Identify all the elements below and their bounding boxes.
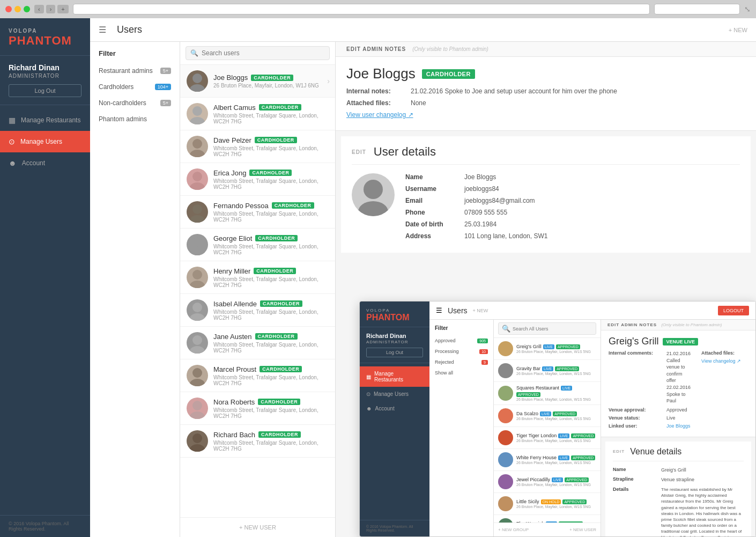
user-item[interactable]: Albert Camus CARDHOLDER Whitcomb Street,…: [180, 98, 335, 130]
maximize-btn[interactable]: [24, 6, 30, 12]
hamburger-icon[interactable]: ☰: [99, 25, 106, 35]
user-item[interactable]: Marcel Proust CARDHOLDER Whitcomb Street…: [180, 359, 335, 392]
avatar: [187, 299, 208, 321]
overlay-badge-approved: 905: [477, 339, 488, 343]
overlay-nav-users[interactable]: ⊙ Manage Users: [360, 387, 429, 401]
filter-non-cardholders[interactable]: Non-cardholders 5+: [90, 95, 180, 111]
changelog-link[interactable]: View user changelog ↗: [346, 111, 413, 119]
user-item[interactable]: Nora Roberts CARDHOLDER Whitcomb Street,…: [180, 392, 335, 425]
overlay-venue-item[interactable]: Da Scalzo LIVE APPROVED 26 Bruton Place,…: [494, 405, 601, 427]
svg-point-20: [192, 401, 202, 410]
user-item-info: Joe Bloggs CARDHOLDER 26 Bruton Place, M…: [213, 73, 329, 89]
overlay-app: VOLOPA PHANTOM Richard Dinan ADMINISTRAT…: [360, 301, 755, 536]
user-item-info: Dave Pelzer CARDHOLDER Whitcomb Street, …: [213, 136, 329, 157]
back-button[interactable]: ‹: [34, 5, 44, 13]
minimize-btn[interactable]: [14, 6, 21, 12]
resize-button[interactable]: ⤡: [744, 5, 751, 13]
overlay-filter-show-all[interactable]: Show all: [429, 367, 493, 378]
logout-button[interactable]: Log Out: [9, 84, 81, 97]
sidebar-item-restaurants[interactable]: ▦ Manage Restaurants: [0, 109, 90, 131]
overlay-filter-approved[interactable]: Approved 905: [429, 335, 493, 346]
overlay-main: ☰ Users + NEW LOGOUT Filter Approved 905: [429, 301, 755, 536]
user-item-addr: Whitcomb Street, Trafalgar Square, Londo…: [213, 211, 329, 223]
field-email: Email joebloggs84@gmail.com: [405, 197, 740, 204]
filter-phantom-admins[interactable]: Phantom admins: [90, 111, 180, 127]
overlay-venue-item[interactable]: Gravity Bar LIVE APPROVED 26 Bruton Plac…: [494, 360, 601, 382]
overlay-nav-label-account: Account: [375, 406, 395, 411]
user-item-name: Richard Bach CARDHOLDER: [213, 431, 329, 439]
overlay-venue-item[interactable]: Tiger Tiger London LIVE APPROVED 26 Brut…: [494, 427, 601, 449]
overlay-venue-name-row: Da Scalzo LIVE APPROVED: [516, 411, 591, 416]
svg-point-0: [192, 73, 202, 83]
sidebar-item-users[interactable]: ⊙ Manage Users: [0, 131, 90, 152]
user-item-info: Isabel Allende CARDHOLDER Whitcomb Stree…: [213, 300, 329, 321]
overlay-venue-item[interactable]: White Ferry House LIVE APPROVED 26 Bruto…: [494, 449, 601, 471]
user-item[interactable]: Jane Austen CARDHOLDER Whitcomb Street, …: [180, 327, 335, 359]
close-btn[interactable]: [5, 6, 12, 12]
overlay-new-user-button[interactable]: + NEW USER: [569, 527, 596, 532]
overlay-sidebar: VOLOPA PHANTOM Richard Dinan ADMINISTRAT…: [360, 301, 429, 536]
search-input[interactable]: [202, 49, 325, 57]
edit-button[interactable]: EDIT: [352, 149, 366, 155]
svg-point-7: [190, 182, 205, 190]
address-bar[interactable]: [73, 4, 650, 14]
overlay-topbar: ☰ Users + NEW LOGOUT: [429, 301, 755, 320]
overlay-logout-button[interactable]: Log Out: [366, 348, 423, 357]
new-tab-button[interactable]: +: [57, 5, 68, 13]
overlay-venue-item[interactable]: Greig's Grill LIVE APPROVED 26 Bruton Pl…: [494, 338, 601, 360]
overlay-linked-user-value[interactable]: Joe Bloggs: [666, 423, 691, 429]
overlay-restaurants-icon: ▦: [366, 374, 371, 380]
overlay-edit-button[interactable]: EDIT: [613, 449, 625, 454]
filter-restaurant-admins[interactable]: Restaurant admins 5+: [90, 63, 180, 79]
overlay-nav: ▦ Manage Restaurants ⊙ Manage Users ☻ Ac…: [360, 363, 429, 520]
svg-point-23: [190, 444, 205, 452]
user-item[interactable]: Dave Pelzer CARDHOLDER Whitcomb Street, …: [180, 130, 335, 163]
user-info: Richard Dinan ADMINISTRATOR Log Out: [0, 56, 90, 105]
overlay-filter-rejected[interactable]: Rejected 9: [429, 357, 493, 367]
user-item[interactable]: Isabel Allende CARDHOLDER Whitcomb Stree…: [180, 294, 335, 327]
user-item[interactable]: Joe Bloggs CARDHOLDER 26 Bruton Place, M…: [180, 65, 335, 98]
user-item[interactable]: Erica Jong CARDHOLDER Whitcomb Street, T…: [180, 163, 335, 196]
overlay-venue-item[interactable]: The Warwick LIVE APPROVED 26 Bruton Plac…: [494, 515, 601, 523]
overlay-new-group-button[interactable]: + NEW GROUP: [498, 527, 529, 532]
overlay-new-button[interactable]: + NEW: [473, 308, 488, 313]
user-item[interactable]: Richard Bach CARDHOLDER Whitcomb Street,…: [180, 425, 335, 458]
sidebar-item-label-restaurants: Manage Restaurants: [21, 116, 80, 124]
overlay-users-icon: ⊙: [366, 391, 370, 397]
overlay-changelog-link[interactable]: View changelog ↗: [701, 358, 741, 364]
browser-chrome: ‹ › + ⤡: [0, 0, 756, 18]
overlay-search-input[interactable]: [513, 326, 592, 332]
overlay-venue-name-row: Squares Restaurant LIVE APPROVED: [516, 385, 596, 397]
overlay-nav-label-restaurants: Manage Restaurants: [374, 371, 423, 382]
user-photo: [352, 173, 395, 216]
cardholder-badge: CARDHOLDER: [260, 300, 302, 307]
overlay-venue-info: Jewel Piccadilly LIVE APPROVED 26 Bruton…: [516, 477, 591, 487]
admin-notes-label: EDIT ADMIN NOTES: [346, 46, 406, 52]
overlay-venue-item[interactable]: Little Sicily ON HOLD APPROVED 26 Bruton…: [494, 493, 601, 515]
user-item-info: George Eliot CARDHOLDER Whitcomb Street,…: [213, 234, 329, 255]
user-item[interactable]: Henry Miller CARDHOLDER Whitcomb Street,…: [180, 261, 335, 294]
filter-badge-restaurants: 5+: [160, 68, 171, 74]
overlay-venue-item[interactable]: Squares Restaurant LIVE APPROVED 26 Brut…: [494, 382, 601, 405]
overlay-search-icon: 🔍: [502, 325, 510, 333]
overlay-nav-account[interactable]: ☻ Account: [360, 401, 429, 416]
new-user-button[interactable]: + NEW USER: [180, 517, 335, 537]
avatar: [187, 70, 208, 92]
user-item-name: Marcel Proust CARDHOLDER: [213, 365, 329, 373]
user-item[interactable]: George Eliot CARDHOLDER Whitcomb Street,…: [180, 229, 335, 261]
avatar: [187, 430, 208, 452]
forward-button[interactable]: ›: [46, 5, 56, 13]
filter-cardholders[interactable]: Cardholders 104+: [90, 79, 180, 95]
overlay-venue-item[interactable]: Jewel Piccadilly LIVE APPROVED 26 Bruton…: [494, 471, 601, 493]
overlay-logout-red-button[interactable]: LOGOUT: [718, 306, 749, 315]
new-button[interactable]: + NEW: [729, 27, 747, 33]
overlay-nav-restaurants[interactable]: ▦ Manage Restaurants: [360, 366, 429, 387]
svg-point-3: [190, 117, 205, 124]
user-item[interactable]: Fernando Pessoa CARDHOLDER Whitcomb Stre…: [180, 196, 335, 229]
cardholder-badge: CARDHOLDER: [254, 268, 296, 274]
venue-live-badge: VENUE LIVE: [663, 338, 698, 345]
browser-search[interactable]: [654, 4, 740, 14]
sidebar-item-account[interactable]: ☻ Account: [0, 152, 90, 174]
overlay-footer: © 2016 Volopa Phantom. All Rights Reserv…: [360, 520, 429, 536]
overlay-filter-processing[interactable]: Processing 10: [429, 346, 493, 357]
